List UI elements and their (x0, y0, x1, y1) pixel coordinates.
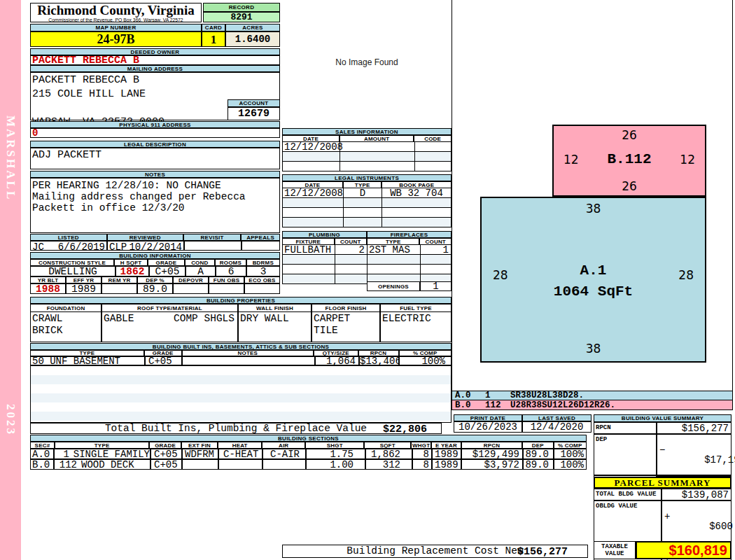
li-row1-bookpage: WB 32 704 (382, 188, 451, 197)
legal-instruments-rows: 12/12/2008 D WB 32 704 (282, 188, 451, 227)
built-ins-rpcn-value: $13,406 (359, 356, 399, 365)
account-header: ACCOUNT (227, 99, 280, 107)
legal-instruments-header: LEGAL INSTRUMENTS (282, 174, 451, 181)
rooms-header: ROOMS (215, 259, 246, 266)
listed-value: JC6/6/2019 (30, 241, 107, 251)
physical-911-header: PHYSICAL 911 ADDRESS (30, 121, 280, 128)
map-number-header: MAP NUMBER (30, 24, 202, 31)
legend-b-code: 112 (485, 401, 510, 410)
sketch-legend-row-a: A.0 1 SR38U28L38D28. (451, 391, 733, 400)
built-ins-total-row: Total Built Ins, Plumbing & Fireplace Va… (30, 423, 442, 434)
built-ins-notes-value (182, 356, 315, 365)
bs-type-header: TYPE (55, 442, 149, 449)
taxable-label-line1: TAXABLE (601, 543, 628, 550)
ps-row-obldg: OBLDG VALUE + $600 (594, 500, 732, 542)
bs-a-type-name: SINGLE FAMILY (74, 449, 150, 458)
print-date-value: 10/26/2023 (454, 421, 522, 433)
bs-a-air: C-AIR (262, 449, 306, 459)
bs-dep-header: DEP (522, 442, 554, 449)
shape-a-label: A.1 (482, 262, 705, 279)
built-ins-row: 50 UNF BASEMENT C+05 1,064 $13,406 100% (30, 356, 451, 365)
ps-row-total-bldg: TOTAL BLDG VALUE $139,087 (594, 489, 732, 500)
card-value: 1 (202, 31, 225, 47)
ps-obldg-amount: $600 (709, 521, 733, 532)
sales-rows: 12/12/2008 (282, 142, 451, 172)
record-number: 8291 (203, 12, 280, 22)
bvs-rpcn-value: $156,277 (657, 422, 732, 434)
bs-a-type: 1 SINGLE FAMILY (54, 449, 150, 459)
bs-air-header: AIR (262, 442, 305, 449)
floor-column: FLOOR FINISH CARPET TILE (312, 304, 380, 342)
bs-b-comp: 100% (554, 459, 587, 470)
listed-date: 6/6/2019 (58, 242, 105, 249)
construction-style-header: CONSTRUCTION STYLE (30, 259, 114, 266)
grade-value: C+05 (149, 266, 186, 276)
fireplaces-row1-count: 1 (421, 245, 451, 254)
effyr-header: EFF YR (66, 276, 102, 284)
building-properties-header: BUILDING PROPERTIES (30, 297, 451, 304)
acres-header: ACRES (225, 24, 280, 31)
grade-header: GRADE (148, 259, 184, 266)
bs-b-air (262, 459, 306, 470)
bs-b-type: 112 WOOD DECK (54, 459, 150, 470)
sales-row1-code (415, 142, 451, 151)
ps-total-bldg-label: TOTAL BLDG VALUE (594, 489, 662, 500)
cond-value: A (186, 266, 216, 276)
bvs-row-dep: DEP − $17,190 (594, 434, 732, 475)
bs-b-type-code: 112 (55, 460, 81, 469)
foundation-column: FOUNDATION CRAWL BRICK (30, 304, 102, 342)
shape-a-top-dim: 38 (482, 202, 705, 216)
floor-line-2: TILE (312, 324, 379, 336)
built-ins-empty-rows (30, 365, 451, 423)
appeals-header: APPEALS (241, 234, 280, 241)
hsqft-value: 1862 (115, 266, 149, 276)
bs-a-type-code: 1 (55, 449, 74, 458)
taxable-label-line2: VALUE (605, 550, 624, 557)
fuel-column: FUEL TYPE ELECTRIC (380, 304, 451, 342)
listed-header: LISTED (30, 234, 107, 241)
note-line-1: PER HEARING 12/28/10: NO CHANGE (31, 178, 279, 191)
fireplaces-header: FIREPLACES (367, 231, 451, 238)
rooms-value: 6 (216, 266, 246, 276)
sketch-area: 26 12 B.112 12 26 38 28 A.1 28 1064 SqFt… (451, 0, 733, 391)
note-line-3: Packett in office 12/3/20 (31, 202, 279, 214)
building-info-headers-2: YR BLT EFF YR REM YR DEP % DEPOVR FUN OB… (30, 276, 280, 284)
sales-row1-amount (340, 142, 415, 151)
built-ins-comp-value: 100% (399, 356, 451, 365)
bs-a-extfin: WDFRM (182, 449, 218, 459)
legend-b-trace: U28R38SU12L26D12R26. (510, 401, 615, 410)
built-ins-total-label: Total Built Ins, Plumbing & Fireplace Va… (31, 424, 441, 434)
county-title: Richmond County, Virginia (31, 4, 201, 17)
ecoobs-value (244, 284, 280, 294)
bs-eyear-header: E YEAR (431, 442, 461, 449)
bs-a-whgt: 8 (412, 449, 432, 459)
shape-b-top-dim: 26 (554, 128, 705, 142)
ps-obldg-sign: + (664, 512, 670, 522)
bs-sqft-header: SQFT (364, 442, 411, 449)
dep-pct-value: 89.0 (137, 284, 173, 294)
legend-a-trace: SR38U28L38D28. (510, 391, 584, 400)
fireplaces-row1-type: 2ST MAS (368, 245, 421, 254)
building-info-values-2: 1988 1989 89.0 (30, 284, 280, 294)
taxable-value-label: TAXABLE VALUE (594, 541, 636, 559)
building-information-header: BUILDING INFORMATION (30, 252, 280, 259)
roof-header: ROOF TYPE/MATERIAL (102, 304, 238, 312)
building-sections-header: BUILDING SECTIONS (30, 435, 587, 442)
bs-heat-header: HEAT (218, 442, 262, 449)
floor-line-1: CARPET (312, 312, 379, 324)
remyr-header: REM YR (102, 276, 137, 284)
sales-information-header: SALES INFORMATION (282, 128, 451, 135)
bs-a-grade: C+05 (150, 449, 182, 459)
remyr-value (102, 284, 137, 294)
bs-b-grade: C+05 (150, 459, 182, 470)
reviewed-header: REVIEWED (107, 234, 184, 241)
building-info-values-1: DWELLING 1862 C+05 A 6 3 (30, 266, 280, 276)
bvs-rpcn-label: RPCN (594, 422, 657, 434)
legend-a-sec: A.0 (452, 391, 485, 400)
taxable-value-row: TAXABLE VALUE $160,819 (594, 541, 732, 559)
depovr-header: DEPOVR (173, 276, 209, 284)
bs-a-sec: A.0 (30, 449, 54, 459)
plumbing-fireplaces-rows: FULLBATH 2 2ST MAS 1 (282, 245, 451, 284)
ps-obldg-value: + $600 (662, 500, 732, 542)
bs-extfin-header: EXT FIN (181, 442, 218, 449)
